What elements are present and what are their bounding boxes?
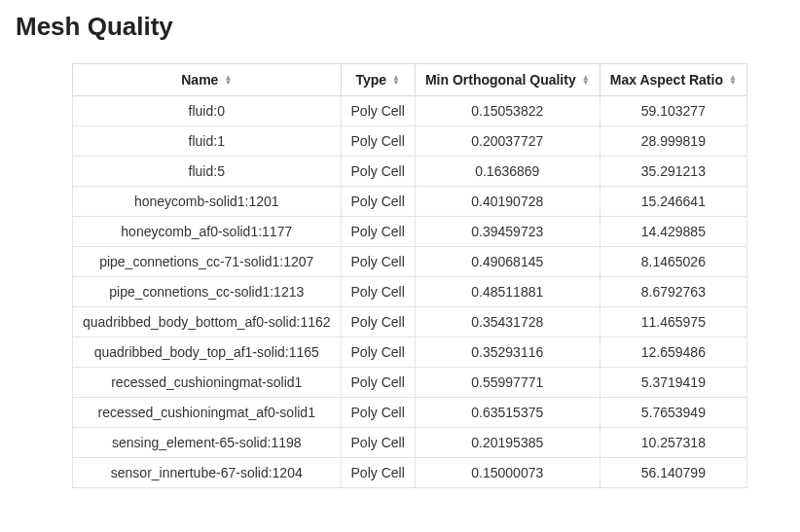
table-row: honeycomb_af0-solid1:1177Poly Cell0.3945… xyxy=(73,217,747,247)
cell-type: Poly Cell xyxy=(341,337,415,368)
cell-max-aspect-ratio: 12.659486 xyxy=(600,337,746,368)
cell-name: quadribbed_body_top_af1-solid:1165 xyxy=(73,337,342,368)
cell-type: Poly Cell xyxy=(341,157,415,187)
cell-type: Poly Cell xyxy=(341,126,415,157)
cell-max-aspect-ratio: 5.7653949 xyxy=(600,398,746,428)
cell-name: recessed_cushioningmat-solid1 xyxy=(73,368,342,398)
cell-type: Poly Cell xyxy=(341,187,415,217)
cell-name: sensing_element-65-solid:1198 xyxy=(73,428,342,458)
column-header-min-orthogonal-quality[interactable]: Min Orthogonal Quality xyxy=(415,64,600,96)
cell-max-aspect-ratio: 8.6792763 xyxy=(600,277,746,307)
table-row: recessed_cushioningmat-solid1Poly Cell0.… xyxy=(73,368,747,398)
cell-max-aspect-ratio: 14.429885 xyxy=(600,217,746,247)
cell-max-aspect-ratio: 56.140799 xyxy=(600,458,746,488)
cell-name: honeycomb-solid1:1201 xyxy=(73,187,342,217)
table-row: quadribbed_body_bottom_af0-solid:1162Pol… xyxy=(73,307,747,337)
cell-min-orthogonal-quality: 0.20195385 xyxy=(415,428,600,458)
column-header-name[interactable]: Name xyxy=(73,64,342,96)
cell-max-aspect-ratio: 59.103277 xyxy=(600,96,746,126)
cell-min-orthogonal-quality: 0.20037727 xyxy=(415,126,600,157)
cell-name: quadribbed_body_bottom_af0-solid:1162 xyxy=(73,307,342,337)
column-header-label: Min Orthogonal Quality xyxy=(425,72,576,88)
sort-icon[interactable] xyxy=(224,75,232,85)
cell-type: Poly Cell xyxy=(341,398,415,428)
cell-type: Poly Cell xyxy=(341,277,415,307)
table-row: fluid:1Poly Cell0.2003772728.999819 xyxy=(73,126,747,157)
cell-min-orthogonal-quality: 0.49068145 xyxy=(415,247,600,277)
cell-min-orthogonal-quality: 0.40190728 xyxy=(415,187,600,217)
cell-type: Poly Cell xyxy=(341,96,415,126)
cell-name: fluid:5 xyxy=(73,157,342,187)
cell-max-aspect-ratio: 5.3719419 xyxy=(600,368,746,398)
column-header-label: Name xyxy=(181,72,218,88)
cell-max-aspect-ratio: 8.1465026 xyxy=(600,247,746,277)
column-header-type[interactable]: Type xyxy=(341,64,415,96)
cell-max-aspect-ratio: 10.257318 xyxy=(600,428,746,458)
cell-min-orthogonal-quality: 0.35293116 xyxy=(415,337,600,368)
table-row: recessed_cushioningmat_af0-solid1Poly Ce… xyxy=(73,398,747,428)
cell-type: Poly Cell xyxy=(341,217,415,247)
cell-name: pipe_connetions_cc-71-solid1:1207 xyxy=(73,247,342,277)
cell-name: sensor_innertube-67-solid:1204 xyxy=(73,458,342,488)
cell-min-orthogonal-quality: 0.39459723 xyxy=(415,217,600,247)
sort-icon[interactable] xyxy=(582,75,590,85)
cell-min-orthogonal-quality: 0.48511881 xyxy=(415,277,600,307)
sort-icon[interactable] xyxy=(392,75,400,85)
cell-max-aspect-ratio: 35.291213 xyxy=(600,157,746,187)
page-title: Mesh Quality xyxy=(16,12,784,42)
cell-name: fluid:0 xyxy=(73,96,342,126)
table-row: quadribbed_body_top_af1-solid:1165Poly C… xyxy=(73,337,747,368)
cell-max-aspect-ratio: 28.999819 xyxy=(600,126,746,157)
cell-min-orthogonal-quality: 0.15053822 xyxy=(415,96,600,126)
table-row: honeycomb-solid1:1201Poly Cell0.40190728… xyxy=(73,187,747,217)
table-row: sensing_element-65-solid:1198Poly Cell0.… xyxy=(73,428,747,458)
cell-type: Poly Cell xyxy=(341,307,415,337)
cell-max-aspect-ratio: 15.246641 xyxy=(600,187,746,217)
sort-icon[interactable] xyxy=(729,75,737,85)
cell-type: Poly Cell xyxy=(341,247,415,277)
cell-name: fluid:1 xyxy=(73,126,342,157)
table-row: fluid:5Poly Cell0.163686935.291213 xyxy=(73,157,747,187)
column-header-label: Type xyxy=(355,72,386,88)
cell-min-orthogonal-quality: 0.63515375 xyxy=(415,398,600,428)
table-row: pipe_connetions_cc-solid1:1213Poly Cell0… xyxy=(73,277,747,307)
table-row: sensor_innertube-67-solid:1204Poly Cell0… xyxy=(73,458,747,488)
cell-type: Poly Cell xyxy=(341,368,415,398)
mesh-quality-table: Name Type Min Orthogonal Quality xyxy=(72,63,747,488)
cell-min-orthogonal-quality: 0.55997771 xyxy=(415,368,600,398)
column-header-label: Max Aspect Ratio xyxy=(610,72,723,88)
cell-max-aspect-ratio: 11.465975 xyxy=(600,307,746,337)
cell-name: recessed_cushioningmat_af0-solid1 xyxy=(73,398,342,428)
table-header-row: Name Type Min Orthogonal Quality xyxy=(73,64,747,96)
mesh-quality-table-wrap: Name Type Min Orthogonal Quality xyxy=(72,63,784,488)
column-header-max-aspect-ratio[interactable]: Max Aspect Ratio xyxy=(600,64,746,96)
cell-type: Poly Cell xyxy=(341,428,415,458)
table-row: pipe_connetions_cc-71-solid1:1207Poly Ce… xyxy=(73,247,747,277)
cell-min-orthogonal-quality: 0.1636869 xyxy=(415,157,600,187)
table-row: fluid:0Poly Cell0.1505382259.103277 xyxy=(73,96,747,126)
cell-type: Poly Cell xyxy=(341,458,415,488)
cell-name: pipe_connetions_cc-solid1:1213 xyxy=(73,277,342,307)
cell-min-orthogonal-quality: 0.15000073 xyxy=(415,458,600,488)
cell-min-orthogonal-quality: 0.35431728 xyxy=(415,307,600,337)
cell-name: honeycomb_af0-solid1:1177 xyxy=(73,217,342,247)
